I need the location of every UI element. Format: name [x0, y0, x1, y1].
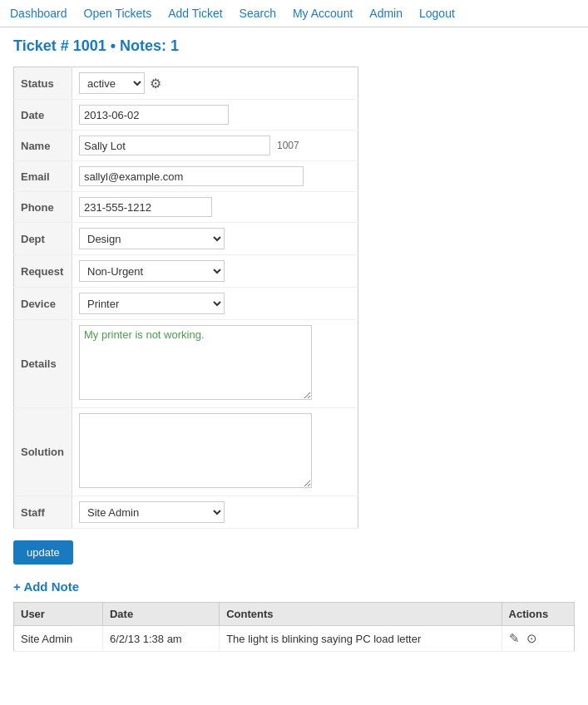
name-row: Name 1007	[14, 131, 358, 161]
notes-table-header-row: User Date Contents Actions	[14, 603, 575, 626]
delete-icon[interactable]: ⊙	[526, 631, 537, 646]
name-label: Name	[14, 131, 72, 161]
status-row: Status active closed pending ⚙	[14, 67, 358, 100]
add-note-section: + Add Note	[13, 579, 575, 594]
details-label: Details	[14, 320, 72, 408]
status-field-row: active closed pending ⚙	[79, 72, 351, 94]
navigation: Dashboard Open Tickets Add Ticket Search…	[0, 0, 588, 27]
col-date: Date	[102, 603, 219, 626]
date-row: Date	[14, 100, 358, 131]
request-row: Request Non-Urgent Urgent Critical	[14, 255, 358, 288]
ticket-form: Status active closed pending ⚙ Date	[13, 67, 358, 529]
nav-dashboard[interactable]: Dashboard	[10, 7, 67, 20]
device-select[interactable]: Printer Computer Monitor Other	[79, 293, 225, 314]
note-user: Site Admin	[14, 626, 103, 652]
status-select[interactable]: active closed pending	[79, 72, 145, 94]
status-settings-icon[interactable]: ⚙	[150, 76, 161, 91]
date-input[interactable]	[79, 105, 229, 125]
solution-textarea[interactable]	[79, 413, 312, 488]
nav-my-account[interactable]: My Account	[293, 7, 353, 20]
notes-count: 1	[170, 37, 179, 54]
update-button[interactable]: update	[13, 540, 73, 564]
staff-select[interactable]: Site Admin John Doe Jane Smith	[79, 501, 225, 523]
note-date: 6/2/13 1:38 am	[102, 626, 219, 652]
solution-row: Solution	[14, 408, 358, 496]
user-id: 1007	[277, 140, 299, 151]
device-label: Device	[14, 288, 72, 320]
device-row: Device Printer Computer Monitor Other	[14, 288, 358, 320]
email-row: Email	[14, 161, 358, 192]
add-note-link[interactable]: Add Note	[23, 579, 79, 594]
name-field-row: 1007	[79, 136, 351, 155]
nav-open-tickets[interactable]: Open Tickets	[84, 7, 152, 20]
add-note-plus: +	[13, 579, 23, 594]
solution-label: Solution	[14, 408, 72, 496]
name-input[interactable]	[79, 136, 270, 155]
details-textarea[interactable]: My printer is not working.	[79, 325, 312, 400]
nav-admin[interactable]: Admin	[369, 7, 403, 20]
col-user: User	[14, 603, 103, 626]
nav-logout[interactable]: Logout	[419, 7, 455, 20]
edit-icon[interactable]: ✎	[509, 631, 520, 646]
request-label: Request	[14, 255, 72, 288]
note-actions: ✎ ⊙	[502, 626, 574, 652]
email-label: Email	[14, 161, 72, 192]
phone-input[interactable]	[79, 197, 212, 217]
page-title: Ticket # 1001 • Notes: 1	[13, 37, 575, 55]
email-input[interactable]	[79, 166, 304, 186]
dept-label: Dept	[14, 223, 72, 255]
nav-search[interactable]: Search	[240, 7, 276, 20]
phone-label: Phone	[14, 192, 72, 223]
phone-row: Phone	[14, 192, 358, 223]
request-select[interactable]: Non-Urgent Urgent Critical	[79, 260, 225, 282]
details-row: Details My printer is not working.	[14, 320, 358, 408]
nav-add-ticket[interactable]: Add Ticket	[168, 7, 222, 20]
staff-label: Staff	[14, 496, 72, 529]
action-icons: ✎ ⊙	[509, 631, 567, 646]
title-prefix: Ticket # 1001 • Notes:	[13, 37, 170, 54]
main-content: Ticket # 1001 • Notes: 1 Status active c…	[0, 27, 588, 662]
note-row: Site Admin 6/2/13 1:38 am The light is b…	[14, 626, 575, 652]
date-label: Date	[14, 100, 72, 131]
staff-row: Staff Site Admin John Doe Jane Smith	[14, 496, 358, 529]
col-actions: Actions	[502, 603, 574, 626]
notes-table: User Date Contents Actions Site Admin 6/…	[13, 602, 575, 652]
dept-select[interactable]: Design IT HR Marketing	[79, 228, 225, 249]
note-contents: The light is blinking saying PC load let…	[220, 626, 502, 652]
status-label: Status	[14, 67, 72, 100]
col-contents: Contents	[220, 603, 502, 626]
dept-row: Dept Design IT HR Marketing	[14, 223, 358, 255]
